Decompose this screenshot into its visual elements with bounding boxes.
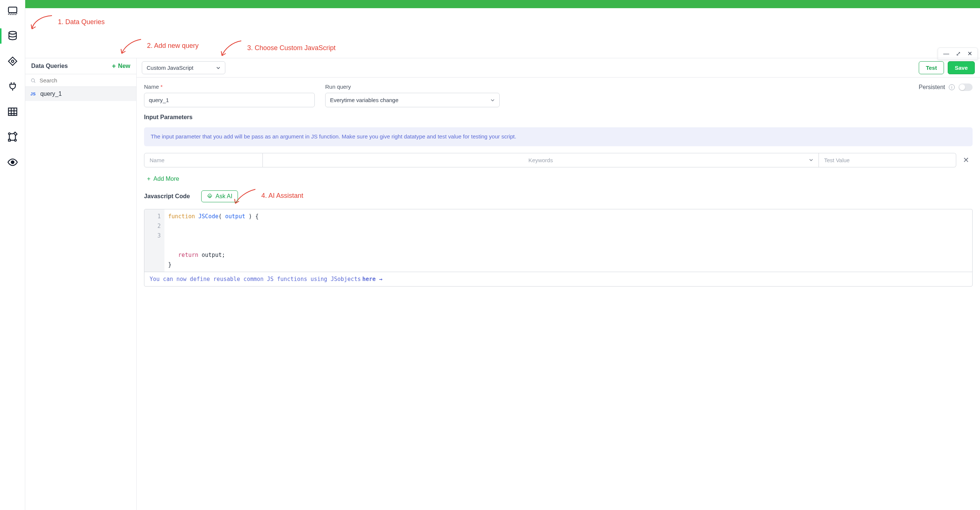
monitor-icon [7, 5, 18, 16]
code-text[interactable]: function JSCode( output ) { return outpu… [164, 209, 972, 272]
rail-watch[interactable] [0, 53, 25, 70]
svg-point-3 [11, 60, 13, 62]
svg-point-2 [9, 32, 16, 35]
run-query-value: Everytime variables change [330, 97, 398, 103]
editor-actions: Test Save [919, 61, 975, 74]
plus-icon: + [147, 176, 150, 182]
svg-point-10 [31, 79, 34, 82]
run-query-select[interactable]: Everytime variables change [325, 93, 500, 107]
query-item-name: query_1 [40, 91, 62, 97]
param-test-value-input[interactable]: Test Value [819, 153, 956, 167]
left-icon-rail [0, 0, 25, 510]
minimize-icon[interactable]: — [943, 51, 949, 57]
rail-ui-builder[interactable] [0, 2, 25, 19]
code-section-header: Javascript Code Ask AI [144, 191, 972, 202]
query-list: JS query_1 [25, 87, 136, 510]
chevron-down-icon [490, 98, 495, 102]
plus-icon: + [112, 63, 116, 70]
rail-preview[interactable] [0, 154, 25, 171]
save-button[interactable]: Save [948, 61, 975, 74]
param-delete-button[interactable]: ✕ [959, 153, 972, 167]
add-more-button[interactable]: + Add More [144, 174, 972, 184]
persistent-toggle[interactable] [958, 84, 972, 91]
persistent-field: Persistent i [919, 84, 972, 91]
close-icon[interactable]: ✕ [967, 50, 972, 57]
annotation-2: 2. Add new query [119, 37, 199, 55]
table-icon [7, 106, 18, 117]
rail-tables[interactable] [0, 103, 25, 120]
query-editor: Custom JavaScript Test Save Name * Run q… [137, 58, 980, 510]
svg-point-9 [11, 161, 14, 164]
code-gutter: 123 [145, 209, 164, 272]
svg-rect-4 [8, 108, 17, 116]
query-search-input[interactable] [40, 77, 131, 84]
query-sidebar-header: Data Queries + New [25, 58, 136, 74]
query-list-item[interactable]: JS query_1 [25, 87, 136, 101]
ai-icon [207, 193, 213, 199]
datasource-value: Custom JavaScript [146, 65, 193, 71]
persistent-label: Persistent [919, 84, 945, 91]
name-label: Name * [144, 84, 315, 90]
ask-ai-button[interactable]: Ask AI [201, 191, 238, 202]
name-field: Name * [144, 84, 315, 107]
eye-diamond-icon [7, 56, 18, 67]
query-sidebar: Data Queries + New JS query_1 [25, 58, 137, 510]
add-query-button[interactable]: + New [112, 63, 130, 70]
param-row: Name Keywords Test Value ✕ [144, 153, 972, 167]
input-params-title: Input Parameters [144, 114, 972, 121]
info-icon[interactable]: i [949, 84, 955, 90]
expand-icon[interactable]: ⤢ [956, 50, 961, 57]
annotation-3: 3. Choose Custom JavaScript [219, 39, 336, 57]
svg-point-8 [14, 139, 16, 141]
rail-workflow[interactable] [0, 129, 25, 146]
rail-data-queries[interactable] [0, 27, 25, 44]
code-editor[interactable]: 123 function JSCode( output ) { return o… [144, 209, 972, 286]
code-footer: You can now define reusable common JS fu… [145, 272, 972, 286]
database-icon [7, 30, 18, 41]
rail-plugins[interactable] [0, 78, 25, 95]
input-params-notice: The input parameter that you add will be… [144, 127, 972, 146]
param-keyword-select[interactable]: Keywords [263, 153, 819, 167]
jsobjects-link[interactable]: here → [362, 276, 382, 283]
svg-rect-6 [14, 132, 17, 135]
svg-rect-1 [8, 13, 17, 14]
top-accent-bar [25, 0, 980, 8]
workflow-icon [7, 131, 18, 143]
annotation-1: 1. Data Queries [30, 13, 105, 31]
plug-icon [7, 81, 18, 92]
add-query-label: New [118, 63, 130, 70]
param-name-input[interactable]: Name [144, 153, 263, 167]
add-more-label: Add More [153, 176, 179, 182]
ask-ai-label: Ask AI [216, 193, 232, 200]
editor-form: Name * Run query Everytime variables cha… [137, 78, 980, 286]
svg-point-5 [8, 133, 10, 135]
svg-rect-7 [8, 139, 10, 141]
app-root: — ⤢ ✕ 1. Data Queries 2. Add new query 3… [0, 0, 980, 510]
editor-toolbar: Custom JavaScript Test Save [137, 58, 980, 78]
svg-rect-0 [8, 7, 17, 13]
query-sidebar-title: Data Queries [31, 63, 68, 70]
query-search[interactable] [25, 74, 136, 87]
svg-point-11 [209, 195, 210, 197]
run-query-label: Run query [325, 84, 500, 90]
datasource-select[interactable]: Custom JavaScript [142, 61, 225, 74]
chevron-down-icon [809, 158, 813, 162]
js-code-label: Javascript Code [144, 193, 190, 200]
search-icon [30, 78, 36, 84]
run-query-field: Run query Everytime variables change [325, 84, 500, 107]
test-button[interactable]: Test [919, 61, 944, 74]
name-input[interactable] [144, 93, 315, 107]
eye-icon [7, 157, 18, 168]
js-badge: JS [30, 92, 36, 96]
chevron-down-icon [216, 66, 221, 70]
